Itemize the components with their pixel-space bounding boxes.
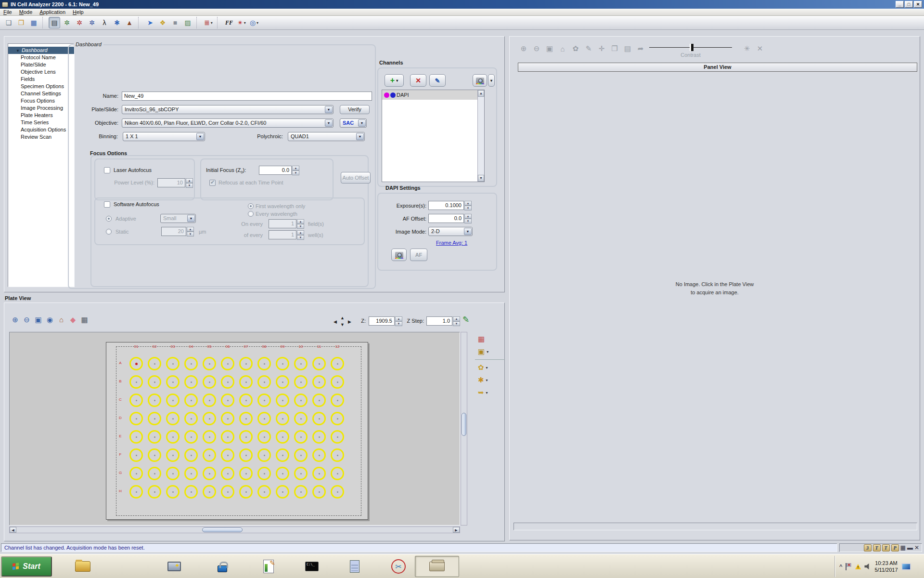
well-C11[interactable] xyxy=(312,394,326,407)
well-G11[interactable] xyxy=(312,467,326,480)
remote-desktop-taskbar-icon[interactable] xyxy=(162,556,186,577)
scroll-up-icon[interactable]: ▲ xyxy=(478,90,484,97)
acquisition-designer-icon[interactable]: ✲ xyxy=(61,17,73,28)
eraser-icon[interactable]: ◆ xyxy=(68,315,78,325)
add-image-icon[interactable]: ▣▾ xyxy=(475,345,505,358)
well-E05[interactable] xyxy=(203,430,216,444)
macro-t1-icon[interactable]: T xyxy=(873,544,881,552)
chevron-down-icon[interactable]: ▼ xyxy=(325,106,333,113)
plate-slide-combo[interactable]: InvitroSci_96_sbCOPY ▼ xyxy=(122,105,334,114)
annotate-icon[interactable]: ✎ xyxy=(583,43,594,54)
well-B11[interactable] xyxy=(312,375,326,389)
autofocus-tool-icon[interactable]: λ xyxy=(99,17,110,28)
minimize-button[interactable]: _ xyxy=(896,1,904,8)
snapshot-acquisition-icon[interactable]: ❖ xyxy=(157,17,168,28)
display-tray-icon[interactable] xyxy=(901,563,911,570)
dashboard-view-icon[interactable]: ▤ xyxy=(49,17,60,28)
chevron-down-icon[interactable]: ▼ xyxy=(196,133,204,140)
well-D06[interactable] xyxy=(221,412,234,425)
grid-window-icon[interactable]: ▦ xyxy=(900,544,906,551)
well-D01[interactable] xyxy=(129,412,143,425)
name-input[interactable]: New_49 xyxy=(122,92,372,101)
static-step-field[interactable]: 20 xyxy=(161,227,186,236)
well-C08[interactable] xyxy=(257,394,271,407)
well-E06[interactable] xyxy=(221,430,234,444)
well-H07[interactable] xyxy=(239,485,253,499)
notepad-taskbar-icon[interactable] xyxy=(257,556,281,577)
window-shade-icon[interactable]: ▬ xyxy=(907,544,913,551)
macro-3-icon[interactable]: 3 xyxy=(864,544,872,552)
sidebar-item-fields[interactable]: Fields xyxy=(8,76,74,83)
open-protocol-icon[interactable]: ❐ xyxy=(15,17,27,28)
well-A07[interactable] xyxy=(239,357,253,370)
initial-focus-field[interactable]: 0.0 xyxy=(259,166,292,175)
close-tool-icon[interactable]: ✕ xyxy=(914,544,919,551)
laser-autofocus-checkbox[interactable] xyxy=(104,167,110,173)
channel-list[interactable]: ▲ ▼ DAPI xyxy=(382,90,485,182)
nav-left-icon[interactable]: ◀ xyxy=(334,319,337,324)
well-D10[interactable] xyxy=(294,412,308,425)
edit-channel-button[interactable]: ✎ xyxy=(429,74,446,87)
well-E03[interactable] xyxy=(166,430,180,444)
save-protocol-icon[interactable]: ▦ xyxy=(28,17,39,28)
channel-list-scrollbar[interactable]: ▲ ▼ xyxy=(477,90,484,182)
well-F12[interactable] xyxy=(331,448,344,462)
power-level-field[interactable]: 10 xyxy=(157,178,185,187)
chevron-down-icon[interactable]: ▼ xyxy=(358,119,366,127)
plate-vertical-scrollbar[interactable] xyxy=(461,332,467,525)
well-E11[interactable] xyxy=(312,430,326,444)
palette-icon[interactable]: ✿▾ xyxy=(475,361,505,374)
clock[interactable]: 10:23 AM 5/11/2017 xyxy=(874,560,898,573)
flatfield-tool-icon[interactable]: FF xyxy=(223,17,235,28)
well-H09[interactable] xyxy=(276,485,289,499)
sidebar-item-protocol-name[interactable]: Protocol Name xyxy=(8,54,74,61)
macro-p-icon[interactable]: P xyxy=(891,544,899,552)
z-field[interactable]: 1909.5 xyxy=(369,316,395,326)
well-E07[interactable] xyxy=(239,430,253,444)
field-layout-icon[interactable]: ▦ xyxy=(475,333,505,345)
well-C07[interactable] xyxy=(239,394,253,407)
analysis-designer-icon[interactable]: ✲ xyxy=(74,17,85,28)
sidebar-item-acquisition-options[interactable]: Acquisition Options xyxy=(8,126,74,133)
channel-row-dapi[interactable]: DAPI xyxy=(382,90,484,100)
well-F05[interactable] xyxy=(203,448,216,462)
well-F03[interactable] xyxy=(166,448,180,462)
well-D04[interactable] xyxy=(184,412,198,425)
scroll-left-icon[interactable]: ◀ xyxy=(10,527,16,533)
of-every-spinner[interactable]: ▲▼ xyxy=(297,230,304,239)
palette-icon[interactable]: ✿ xyxy=(570,43,581,54)
well-D08[interactable] xyxy=(257,412,271,425)
well-E12[interactable] xyxy=(331,430,344,444)
well-D09[interactable] xyxy=(276,412,289,425)
well-G02[interactable] xyxy=(148,467,161,480)
target-tool-icon[interactable]: ◎▾ xyxy=(248,17,260,28)
sidebar-item-image-processing[interactable]: Image Processing xyxy=(8,105,74,112)
well-G07[interactable] xyxy=(239,467,253,480)
maximize-button[interactable]: □ xyxy=(905,1,913,8)
calculator-taskbar-icon[interactable] xyxy=(343,556,367,577)
chevron-down-icon[interactable]: ▼ xyxy=(464,228,472,235)
menu-file[interactable]: File xyxy=(3,9,12,15)
nav-right-icon[interactable]: ▶ xyxy=(348,319,351,324)
well-H06[interactable] xyxy=(221,485,234,499)
system-config-icon[interactable]: ✱ xyxy=(111,17,123,28)
well-F11[interactable] xyxy=(312,448,326,462)
sidebar-item-focus-options[interactable]: Focus Options xyxy=(8,97,74,105)
well-H04[interactable] xyxy=(184,485,198,499)
zoom-reset-icon[interactable]: ◉ xyxy=(45,315,55,325)
sidebar-item-plate-heaters[interactable]: Plate Heaters xyxy=(8,112,74,119)
refocus-checkbox[interactable] xyxy=(209,180,216,186)
well-A03[interactable] xyxy=(166,357,180,370)
chevron-down-icon[interactable]: ▾ xyxy=(486,391,488,395)
camera-mode-button[interactable] xyxy=(473,74,487,87)
well-D11[interactable] xyxy=(312,412,326,425)
zoom-out-icon[interactable]: ⊖ xyxy=(22,315,32,325)
security-alert-icon[interactable]: ✕ xyxy=(846,563,852,570)
af-button[interactable]: AF xyxy=(410,249,427,261)
camera-mode-dropdown[interactable]: ▾ xyxy=(488,74,495,87)
well-F09[interactable] xyxy=(276,448,289,462)
stop-acquisition-icon[interactable]: ■ xyxy=(169,17,181,28)
software-autofocus-checkbox[interactable] xyxy=(104,201,110,208)
start-button[interactable]: Start xyxy=(1,556,52,577)
chevron-down-icon[interactable]: ▼ xyxy=(356,133,364,140)
